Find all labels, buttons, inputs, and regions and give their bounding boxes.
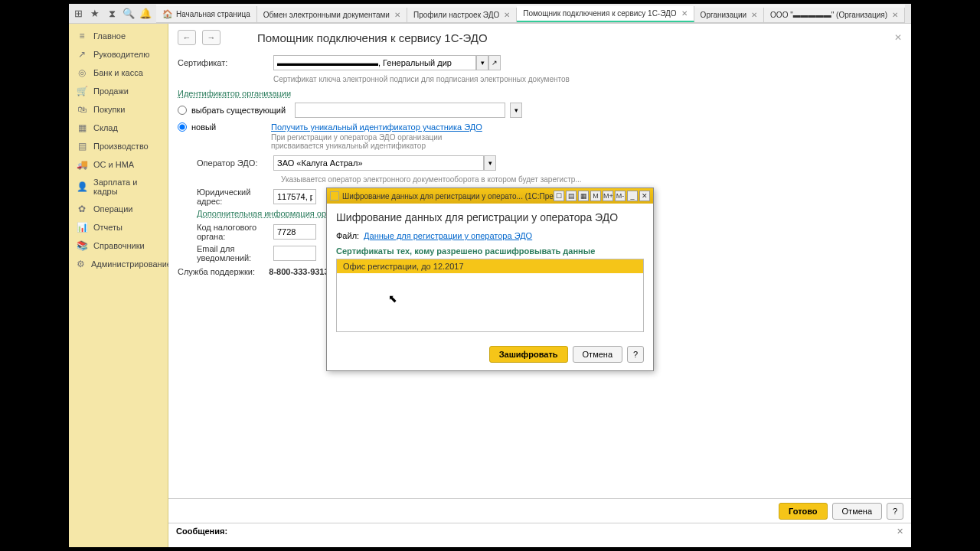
dialog-mplus-button[interactable]: M+ [603, 191, 613, 201]
get-id-link[interactable]: Получить уникальный идентификатор участн… [271, 122, 482, 132]
tab-close-icon[interactable]: ✕ [751, 11, 757, 19]
sidebar-item[interactable]: 🛍Покупки [69, 100, 168, 119]
file-link[interactable]: Данные для регистрации у оператора ЭДО [364, 231, 532, 240]
tab-label: Начальная страница [176, 10, 250, 18]
tab[interactable]: Помощник подключения к сервису 1С-ЭДО✕ [517, 6, 694, 22]
radio-existing[interactable] [178, 106, 187, 115]
page-title: Помощник подключения к сервису 1С-ЭДО [257, 31, 488, 44]
done-button[interactable]: Готово [779, 503, 827, 520]
sidebar-item[interactable]: ✿Операции [69, 200, 168, 218]
sidebar-item[interactable]: ◎Банк и касса [69, 64, 168, 82]
sidebar-icon: 📚 [77, 240, 87, 251]
tab[interactable]: Организации✕ [694, 8, 764, 22]
certs-section-label: Сертификаты тех, кому разрешено расшифро… [336, 246, 644, 256]
cancel-button[interactable]: Отмена [832, 503, 882, 520]
cert-list-item[interactable]: Офис регистрации, до 12.2017 [337, 259, 643, 273]
sidebar-item[interactable]: ⚙Администрирование [69, 255, 168, 273]
close-icon[interactable]: ✕ [894, 32, 902, 43]
cert-dropdown-icon[interactable]: ▾ [476, 55, 488, 70]
cert-open-icon[interactable]: ↗ [488, 55, 501, 70]
cert-input[interactable] [273, 55, 476, 70]
existing-dropdown-icon[interactable]: ▾ [510, 103, 522, 118]
sidebar-icon: 📊 [77, 222, 87, 233]
dialog-btn-3[interactable]: ▦ [578, 191, 589, 201]
history-icon[interactable]: ⧗ [106, 8, 118, 20]
sidebar-item[interactable]: ↗Руководителю [69, 45, 168, 64]
back-button[interactable]: ← [178, 30, 196, 45]
sidebar-item[interactable]: 🛒Продажи [69, 82, 168, 100]
sidebar-item[interactable]: ≡Главное [69, 27, 168, 45]
tab-close-icon[interactable]: ✕ [504, 11, 510, 19]
operator-input[interactable] [273, 155, 484, 171]
email-label: Email для уведомлений: [197, 244, 273, 262]
cert-hint: Сертификат ключа электронной подписи для… [273, 74, 902, 84]
sidebar-icon: ≡ [77, 31, 87, 41]
tab[interactable]: Обмен электронными документами✕ [257, 8, 407, 22]
messages-close-icon[interactable]: ✕ [897, 527, 903, 536]
tax-code-input[interactable] [273, 224, 316, 240]
star-icon[interactable]: ★ [89, 8, 101, 20]
sidebar-label: Руководителю [93, 50, 149, 59]
dialog-minimize-icon[interactable]: _ [627, 191, 638, 201]
sidebar-item[interactable]: 📚Справочники [69, 236, 168, 255]
dialog-window-title: Шифрование данных для регистрации у опер… [342, 192, 554, 201]
sidebar-label: Справочники [93, 241, 145, 250]
tab[interactable]: ООО "▬▬▬▬▬" (Организация)✕ [764, 8, 905, 22]
footer-bar: Готово Отмена ? [168, 498, 911, 523]
support-phone: 8-800-333-9313 [269, 267, 328, 276]
operator-dropdown-icon[interactable]: ▾ [484, 155, 496, 171]
dialog-close-icon[interactable]: ✕ [639, 191, 650, 201]
sidebar-item[interactable]: ▤Производство [69, 137, 168, 155]
file-label: Файл: [336, 231, 359, 240]
bell-icon[interactable]: 🔔 [139, 8, 152, 20]
sidebar-label: Банк и касса [93, 68, 143, 77]
dialog-help-button[interactable]: ? [627, 346, 644, 363]
radio-new-label: новый [191, 122, 266, 132]
sidebar-item[interactable]: ▦Склад [69, 119, 168, 137]
help-button[interactable]: ? [887, 503, 903, 520]
sidebar-icon: ↗ [77, 49, 87, 60]
certs-list[interactable]: Офис регистрации, до 12.2017 [336, 259, 644, 332]
dialog-titlebar[interactable]: Шифрование данных для регистрации у опер… [327, 188, 653, 204]
dialog-btn-2[interactable]: ▤ [566, 191, 577, 201]
email-input[interactable] [273, 246, 316, 261]
tab-close-icon[interactable]: ✕ [394, 11, 400, 19]
radio-new[interactable] [178, 122, 187, 132]
legal-addr-label: Юридический адрес: [197, 187, 273, 206]
search-icon[interactable]: 🔍 [122, 8, 135, 20]
apps-icon[interactable]: ⊞ [72, 8, 84, 20]
legal-addr-input[interactable] [273, 189, 316, 204]
dialog-m-button[interactable]: M [590, 191, 601, 201]
forward-button[interactable]: → [202, 30, 220, 45]
tab-label: Обмен электронными документами [263, 11, 390, 19]
home-icon: 🏠 [162, 9, 173, 19]
tab-close-icon[interactable]: ✕ [892, 11, 898, 19]
existing-id-input[interactable] [295, 103, 505, 118]
sidebar-item[interactable]: 👤Зарплата и кадры [69, 174, 168, 200]
sidebar-icon: 🛍 [77, 104, 87, 115]
operator-label: Оператор ЭДО: [197, 158, 273, 168]
tab-strip: 🏠Начальная страницаОбмен электронными до… [156, 5, 905, 23]
sidebar-item[interactable]: 📊Отчеты [69, 218, 168, 236]
radio-existing-label: выбрать существующий [191, 106, 286, 115]
tab[interactable]: Профили настроек ЭДО✕ [407, 8, 517, 22]
encrypt-button[interactable]: Зашифровать [489, 346, 568, 363]
messages-panel: Сообщения: ✕ [168, 523, 911, 547]
encryption-dialog: Шифрование данных для регистрации у опер… [326, 187, 654, 371]
sidebar-label: Покупки [93, 105, 125, 114]
tab-close-icon[interactable]: ✕ [681, 9, 688, 18]
dialog-mminus-button[interactable]: M- [615, 191, 626, 201]
sidebar-icon: ✿ [77, 204, 87, 214]
sidebar-label: Администрирование [91, 259, 172, 269]
dialog-heading: Шифрование данных для регистрации у опер… [336, 211, 644, 223]
org-id-section-link[interactable]: Идентификатор организации [178, 89, 902, 98]
sidebar-item[interactable]: 🚚ОС и НМА [69, 155, 168, 174]
tax-code-label: Код налогового органа: [197, 223, 273, 241]
dialog-btn-1[interactable]: ☐ [554, 191, 564, 201]
sidebar-label: Производство [93, 142, 149, 151]
dialog-cancel-button[interactable]: Отмена [573, 346, 622, 363]
support-label: Служба поддержки: [178, 267, 255, 276]
tab-label: Помощник подключения к сервису 1С-ЭДО [523, 9, 676, 18]
tab[interactable]: 🏠Начальная страница [156, 6, 257, 22]
sidebar-icon: ⚙ [77, 259, 85, 269]
